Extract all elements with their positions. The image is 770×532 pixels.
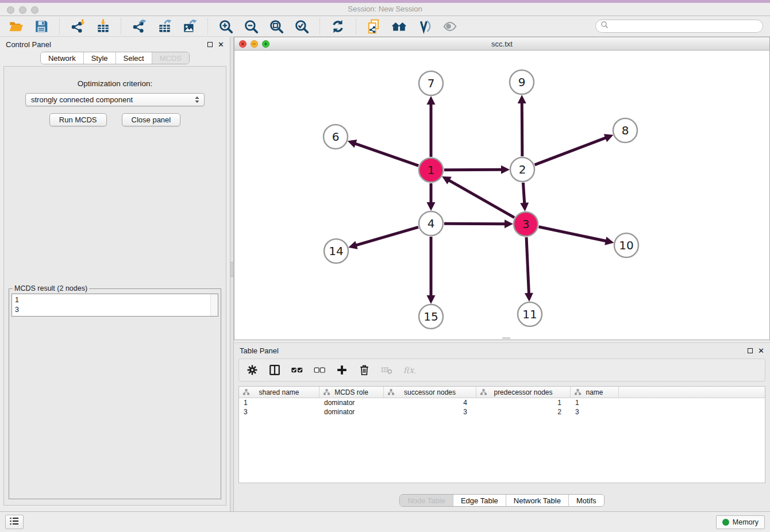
graph-edge-1-4 (427, 183, 436, 211)
graph-node-4[interactable]: 4 (419, 211, 443, 236)
table-row[interactable]: 1dominator411 (239, 398, 765, 407)
tab-network-table[interactable]: Network Table (506, 495, 568, 506)
clone-network-icon[interactable] (366, 18, 382, 34)
import-network-icon[interactable] (70, 18, 86, 34)
column-header-mcds-role[interactable]: MCDS role (319, 387, 384, 398)
mcds-result-groupbox: MCDS result (2 nodes) 13 (9, 284, 221, 499)
table-cell[interactable]: 3 (384, 407, 476, 417)
float-table-panel-icon[interactable] (748, 348, 753, 353)
svg-text:14: 14 (329, 244, 343, 258)
table-row[interactable]: 3dominator323 (239, 407, 765, 417)
svg-text:2: 2 (519, 163, 526, 176)
select-all-icon[interactable] (291, 364, 303, 376)
split-panel-icon[interactable] (268, 364, 281, 376)
close-table-panel-icon[interactable]: ✕ (758, 347, 764, 354)
graph-node-2[interactable]: 2 (510, 157, 534, 182)
graph-node-14[interactable]: 14 (324, 239, 348, 263)
zoom-fit-icon[interactable] (268, 18, 284, 34)
table-cell[interactable]: 3 (239, 407, 319, 417)
table-cell[interactable]: 1 (239, 398, 319, 407)
tab-motifs[interactable]: Motifs (568, 495, 604, 506)
table-cell[interactable]: 3 (571, 407, 619, 417)
network-canvas[interactable]: 7968124310141511 (234, 51, 769, 340)
table-cell[interactable]: 1 (571, 398, 619, 407)
add-icon[interactable] (336, 364, 348, 376)
search-icon (600, 21, 609, 32)
network-view-window: scc.txt 7968124310141511 (234, 37, 770, 340)
graph-node-3[interactable]: 3 (514, 212, 538, 236)
network-window-titlebar[interactable]: scc.txt (234, 37, 769, 51)
toolbar-separator (356, 18, 356, 34)
graph-node-1[interactable]: 1 (419, 158, 443, 182)
search-field[interactable] (595, 20, 763, 33)
graph-node-10[interactable]: 10 (614, 233, 638, 257)
search-input[interactable] (612, 22, 758, 30)
refresh-icon[interactable] (330, 18, 346, 34)
zoom-out-icon[interactable] (243, 18, 259, 34)
run-mcds-button[interactable]: Run MCDS (49, 113, 107, 126)
graph-node-6[interactable]: 6 (324, 125, 348, 149)
table-cell[interactable]: dominator (319, 407, 384, 417)
mcds-result-list[interactable]: 13 (11, 294, 218, 317)
column-header-name[interactable]: name (571, 387, 619, 398)
graph-node-15[interactable]: 15 (419, 304, 443, 329)
zoom-in-icon[interactable] (218, 18, 234, 34)
svg-text:f(x): f(x) (403, 365, 415, 375)
graph-node-8[interactable]: 8 (613, 118, 637, 142)
network-window-title: scc.txt (234, 40, 769, 48)
close-panel-button[interactable]: Close panel (122, 113, 181, 126)
tab-network[interactable]: Network (41, 52, 83, 64)
toolbar-icons (3, 18, 463, 34)
window-title: Session: New Session (0, 5, 770, 13)
toolbar-separator (121, 18, 121, 34)
import-table-icon[interactable] (95, 18, 111, 34)
graph-node-11[interactable]: 11 (518, 302, 542, 326)
main-toolbar (0, 16, 770, 37)
zoom-selected-icon[interactable] (294, 18, 310, 34)
save-icon[interactable] (33, 18, 49, 34)
memory-button[interactable]: Memory (716, 515, 765, 529)
hierarchy-icon (323, 388, 330, 398)
table-cell[interactable]: dominator (319, 398, 384, 407)
mcds-result-line: 1 (15, 295, 215, 305)
export-network-icon[interactable] (131, 18, 147, 34)
column-header-predecessor-nodes[interactable]: predecessor nodes (476, 387, 571, 398)
tab-node-table[interactable]: Node Table (400, 495, 453, 506)
window-titlebar: Session: New Session (0, 0, 770, 16)
trash-icon[interactable] (358, 364, 371, 376)
tab-style[interactable]: Style (83, 52, 116, 64)
node-table: shared nameMCDS rolesuccessor nodesprede… (238, 386, 765, 483)
criterion-select[interactable]: strongly connected component (25, 93, 205, 106)
validator-icon[interactable] (417, 18, 433, 34)
panel-splitter[interactable] (230, 37, 234, 511)
splitter-handle-icon[interactable] (230, 262, 233, 277)
table-panel-title: Table Panel (240, 346, 279, 355)
svg-text:1: 1 (428, 163, 435, 177)
table-cell[interactable]: 1 (476, 398, 571, 407)
memory-status-icon (722, 519, 729, 526)
column-header-successor-nodes[interactable]: successor nodes (384, 387, 476, 398)
control-panel-title: Control Panel (6, 40, 51, 49)
close-panel-icon[interactable]: ✕ (218, 41, 224, 48)
float-panel-icon[interactable] (207, 42, 213, 47)
home-icon[interactable] (391, 18, 407, 34)
graph-node-9[interactable]: 9 (510, 70, 534, 94)
task-history-button[interactable] (5, 515, 24, 529)
eye-icon[interactable] (442, 18, 458, 34)
column-header-shared-name[interactable]: shared name (239, 387, 319, 398)
svg-text:9: 9 (518, 75, 526, 89)
tab-select[interactable]: Select (116, 52, 152, 64)
graph-edge-1-6 (348, 140, 419, 165)
tab-edge-table[interactable]: Edge Table (453, 495, 506, 506)
gear-icon[interactable] (246, 364, 259, 376)
deselect-all-icon[interactable] (313, 364, 326, 376)
tab-mcds[interactable]: MCDS (152, 52, 189, 64)
svg-text:15: 15 (424, 310, 438, 323)
export-table-icon[interactable] (156, 18, 172, 34)
control-panel-tabs: NetworkStyleSelectMCDS (40, 52, 190, 64)
table-cell[interactable]: 2 (476, 407, 571, 417)
export-image-icon[interactable] (182, 18, 198, 34)
open-file-icon[interactable] (8, 18, 24, 34)
graph-node-7[interactable]: 7 (419, 71, 443, 95)
table-cell[interactable]: 4 (384, 398, 476, 407)
